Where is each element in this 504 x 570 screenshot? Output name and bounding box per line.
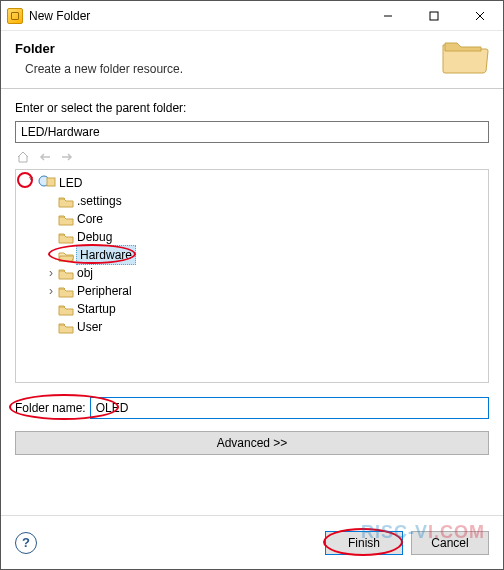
tree-item-label: Hardware bbox=[76, 245, 136, 265]
forward-icon[interactable] bbox=[59, 149, 75, 165]
parent-folder-prompt: Enter or select the parent folder: bbox=[15, 101, 489, 115]
twisty-blank: · bbox=[44, 318, 58, 336]
tree-item-label: Startup bbox=[77, 300, 116, 318]
tree-item[interactable]: ·Hardware bbox=[18, 246, 484, 264]
folder-name-row: Folder name: bbox=[15, 397, 489, 419]
cancel-button[interactable]: Cancel bbox=[411, 531, 489, 555]
body: Enter or select the parent folder: ˅ LED bbox=[1, 89, 503, 515]
folder-icon bbox=[58, 282, 74, 300]
tree-item[interactable]: ·User bbox=[18, 318, 484, 336]
header: Folder Create a new folder resource. bbox=[1, 31, 503, 88]
tree-root[interactable]: ˅ LED bbox=[18, 174, 484, 192]
tree-item[interactable]: ·Debug bbox=[18, 228, 484, 246]
tree-item[interactable]: ·Core bbox=[18, 210, 484, 228]
finish-button[interactable]: Finish bbox=[325, 531, 403, 555]
tree-item[interactable]: ›Peripheral bbox=[18, 282, 484, 300]
folder-icon bbox=[58, 192, 74, 210]
svg-rect-1 bbox=[430, 12, 438, 20]
tree-item[interactable]: ·.settings bbox=[18, 192, 484, 210]
folder-icon bbox=[58, 318, 74, 336]
nav-icons bbox=[15, 149, 489, 165]
close-button[interactable] bbox=[457, 1, 503, 31]
header-subtitle: Create a new folder resource. bbox=[25, 62, 489, 76]
app-icon bbox=[7, 8, 23, 24]
tree-item-label: Peripheral bbox=[77, 282, 132, 300]
header-title: Folder bbox=[15, 41, 489, 56]
svg-rect-5 bbox=[47, 178, 55, 186]
minimize-button[interactable] bbox=[365, 1, 411, 31]
tree-item[interactable]: ›obj bbox=[18, 264, 484, 282]
help-button[interactable]: ? bbox=[15, 532, 37, 554]
tree-item-label: User bbox=[77, 318, 102, 336]
twisty-blank: · bbox=[44, 246, 58, 264]
folder-name-input[interactable] bbox=[90, 397, 489, 419]
tree-root-label: LED bbox=[59, 174, 82, 192]
folder-banner-icon bbox=[441, 35, 489, 75]
folder-name-label: Folder name: bbox=[15, 401, 86, 415]
help-icon: ? bbox=[22, 535, 30, 550]
home-icon[interactable] bbox=[15, 149, 31, 165]
maximize-button[interactable] bbox=[411, 1, 457, 31]
twisty-blank: · bbox=[44, 228, 58, 246]
tree-item-label: .settings bbox=[77, 192, 122, 210]
folder-icon bbox=[58, 228, 74, 246]
folder-icon bbox=[58, 210, 74, 228]
twisty-blank: · bbox=[44, 210, 58, 228]
tree-item-label: obj bbox=[77, 264, 93, 282]
folder-icon bbox=[58, 246, 74, 264]
twisty-blank: · bbox=[44, 300, 58, 318]
close-icon bbox=[475, 11, 485, 21]
advanced-button[interactable]: Advanced >> bbox=[15, 431, 489, 455]
maximize-icon bbox=[429, 11, 439, 21]
folder-icon bbox=[58, 264, 74, 282]
titlebar: New Folder bbox=[1, 1, 503, 31]
tree[interactable]: ˅ LED ·.settings·Core·Debug·Hardware›obj… bbox=[15, 169, 489, 383]
chevron-right-icon[interactable]: › bbox=[44, 264, 58, 282]
back-icon[interactable] bbox=[37, 149, 53, 165]
tree-item-label: Debug bbox=[77, 228, 112, 246]
window-title: New Folder bbox=[29, 9, 365, 23]
minimize-icon bbox=[383, 11, 393, 21]
twisty-blank: · bbox=[44, 192, 58, 210]
parent-folder-input[interactable] bbox=[15, 121, 489, 143]
folder-icon bbox=[58, 300, 74, 318]
dialog-window: New Folder Folder Create a new folder re… bbox=[0, 0, 504, 570]
chevron-right-icon[interactable]: › bbox=[44, 282, 58, 300]
footer: ? Finish Cancel RISC-VI.COM bbox=[1, 515, 503, 569]
tree-item[interactable]: ·Startup bbox=[18, 300, 484, 318]
tree-item-label: Core bbox=[77, 210, 103, 228]
project-icon bbox=[38, 174, 56, 193]
chevron-down-icon[interactable]: ˅ bbox=[24, 174, 38, 192]
